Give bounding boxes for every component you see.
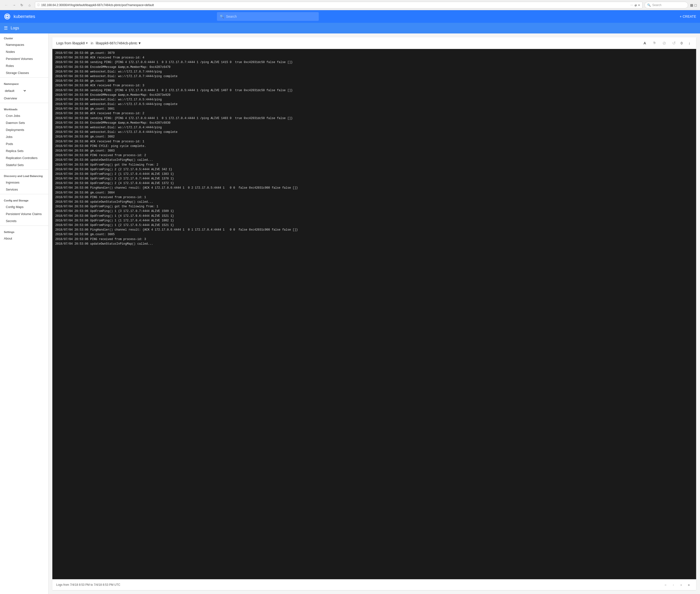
address-bar[interactable]: ⓘ 192.168.64.2:30000/#!/log/default/liba… — [35, 2, 642, 8]
log-line: 2018/07/04 20:53:06 ACK received from pr… — [55, 84, 693, 88]
divider-4 — [0, 194, 48, 194]
log-footer-text: Logs from 7/4/18 8:53 PM to 7/4/18 8:53 … — [56, 583, 120, 587]
sidebar-item-daemon-sets[interactable]: Daemon Sets — [0, 119, 48, 126]
sidebar-item-replica-sets[interactable]: Replica Sets — [0, 147, 48, 155]
last-page-button[interactable]: » — [686, 582, 692, 588]
sidebar-item-secrets[interactable]: Secrets — [0, 218, 48, 225]
log-line: 2018/07/04 20:53:06 websocket.Dial: ws:/… — [55, 102, 693, 107]
bookmark-icon: ★ — [638, 3, 640, 7]
pause-icon[interactable]: ⊘ — [661, 40, 667, 46]
log-viewer: Logs from libappk8 ▼ in libappk8-687c748… — [52, 37, 696, 590]
config-nav-group: Config MapsPersistent Volume ClaimsSecre… — [0, 203, 48, 225]
log-line: 2018/07/04 20:53:06 updateOwnStatusInPin… — [55, 158, 693, 162]
sidebar-item-stateful-sets[interactable]: Stateful Sets — [0, 162, 48, 168]
log-line: 2018/07/04 20:53:06 updateOwnStatusInPin… — [55, 200, 693, 204]
page-title: Logs — [11, 26, 19, 30]
discovery-nav-group: IngressesServices — [0, 179, 48, 193]
app-search-box[interactable]: 🔍 — [217, 12, 319, 21]
reload-button[interactable]: ↻ — [19, 2, 25, 8]
log-line: 2018/07/04 20:53:06 websocket.Dial: ws:/… — [55, 74, 693, 79]
sidebar-item-persistent-volumes[interactable]: Persistent Volumes — [0, 55, 48, 62]
hamburger-menu[interactable]: ☰ — [4, 26, 8, 31]
back-button[interactable]: ← — [3, 2, 10, 8]
log-line: 2018/07/04 20:53:06 UpdFromPing() 1 {1 1… — [55, 219, 693, 223]
font-size-icon[interactable]: A — [642, 40, 648, 46]
log-line: 2018/07/04 20:53:06 EncodeGMMessage &amp… — [55, 65, 693, 70]
log-in-text: in — [91, 41, 93, 45]
search-icon: 🔍 — [647, 3, 651, 7]
download-icon[interactable]: ↓ — [687, 40, 692, 46]
first-page-button[interactable]: « — [662, 582, 669, 588]
app-title: kubernetes — [13, 14, 35, 19]
sidebar-item-roles[interactable]: Roles — [0, 62, 48, 69]
create-button[interactable]: + CREATE — [680, 14, 696, 19]
sidebar-item-deployments[interactable]: Deployments — [0, 126, 48, 133]
browser-search-bar[interactable]: 🔍 Search — [644, 2, 688, 8]
log-source-label: Logs from libappk8 — [56, 41, 85, 45]
log-line: 2018/07/04 20:53:06 websocket.Dial: ws:/… — [55, 130, 693, 135]
log-line: 2018/07/04 20:53:06 ACK received from pr… — [55, 111, 693, 116]
log-line: 2018/07/04 20:53:06 PING received from p… — [55, 237, 693, 242]
info-icon: ⓘ — [37, 3, 40, 7]
browser-tools: ▩ ◻ — [690, 3, 697, 7]
search-input[interactable] — [226, 14, 316, 19]
sidebar-item-nodes[interactable]: Nodes — [0, 48, 48, 55]
log-line: 2018/07/04 20:53:06 PING received from p… — [55, 153, 693, 158]
sidebar: Cluster NamespacesNodesPersistent Volume… — [0, 33, 48, 594]
browser-chrome: ← → ↻ ⌂ ⓘ 192.168.64.2:30000/#!/log/defa… — [0, 0, 700, 10]
sidebar-item-replication-controllers[interactable]: Replication Controllers — [0, 155, 48, 162]
namespace-selector[interactable]: default kube-system kube-public — [0, 87, 48, 95]
log-line: 2018/07/04 20:53:06 UpdFromPing() 1 {4 1… — [55, 214, 693, 219]
sidebar-item-about[interactable]: About — [0, 235, 48, 242]
log-line: 2018/07/04 20:53:06 gm.count: 3081 — [55, 107, 693, 111]
format-icon[interactable]: Tf — [652, 40, 657, 46]
log-line: 2018/07/04 20:53:06 websocket.Dial: ws:/… — [55, 97, 693, 102]
home-button[interactable]: ⌂ — [26, 2, 33, 8]
log-container-dropdown[interactable]: libappk8-687c7484cb-pbntc ▼ — [96, 41, 141, 45]
settings-section-header: Settings — [0, 227, 48, 235]
sidebar-item-cron-jobs[interactable]: Cron Jobs — [0, 112, 48, 119]
log-container-label: libappk8-687c7484cb-pbntc — [96, 41, 137, 45]
forward-button[interactable]: → — [11, 2, 18, 8]
overflow-icon: ⋯ — [630, 3, 633, 7]
address-bar-actions: ⋯ ◕ ★ — [630, 3, 640, 7]
sidebar-item-overview[interactable]: Overview — [0, 95, 48, 102]
sidebar-toggle-icon[interactable]: ▩ — [690, 3, 693, 7]
sidebar-item-storage-classes[interactable]: Storage Classes — [0, 69, 48, 76]
next-page-button[interactable]: › — [678, 582, 685, 588]
log-line: 2018/07/04 20:53:06 PING CYCLE: ping cyc… — [55, 144, 693, 148]
sidebar-item-jobs[interactable]: Jobs — [0, 133, 48, 140]
log-line: 2018/07/04 20:53:06 UpdFromPing() got th… — [55, 163, 693, 167]
namespace-dropdown[interactable]: default kube-system kube-public — [4, 89, 27, 93]
sidebar-item-pods[interactable]: Pods — [0, 140, 48, 147]
log-line: 2018/07/04 20:53:06 gm.count: 3079 — [55, 51, 693, 56]
sidebar-item-ingresses[interactable]: Ingresses — [0, 179, 48, 186]
log-line: 2018/07/04 20:53:06 PingHandler() channe… — [55, 186, 693, 190]
browser-nav-buttons: ← → ↻ ⌂ — [3, 2, 33, 8]
log-line: 2018/07/04 20:53:06 gm.count: 3084 — [55, 191, 693, 195]
browser-search-placeholder: Search — [652, 3, 662, 7]
log-line: 2018/07/04 20:53:06 PingHandler() channe… — [55, 228, 693, 232]
sidebar-item-config-maps[interactable]: Config Maps — [0, 203, 48, 210]
prev-page-button[interactable]: ‹ — [670, 582, 677, 588]
container-dropdown-arrow: ▼ — [138, 41, 141, 45]
log-line: 2018/07/04 20:53:06 UpdFromPing() 2 {2 1… — [55, 167, 693, 172]
divider-2 — [0, 103, 48, 103]
config-section-header: Config and Storage — [0, 195, 48, 203]
tab-icon[interactable]: ◻ — [694, 3, 697, 7]
wrap-icon[interactable]: ↺ — [671, 40, 677, 46]
log-line: 2018/07/04 20:53:06 EncodeGMMessage &amp… — [55, 121, 693, 125]
sidebar-item-namespaces[interactable]: Namespaces — [0, 41, 48, 48]
log-line: 2018/07/04 20:53:06 gm.count: 3085 — [55, 232, 693, 237]
log-line: 2018/07/04 20:53:06 UpdFromPing() 1 {3 1… — [55, 209, 693, 213]
source-dropdown-arrow: ▼ — [85, 41, 88, 45]
log-header-actions: A Tf ⊘ ↺ 0 ↓ — [642, 40, 692, 46]
sidebar-item-services[interactable]: Services — [0, 186, 48, 193]
log-line: 2018/07/04 20:53:06 UpdFromPing() 1 {2 1… — [55, 223, 693, 228]
log-source-dropdown[interactable]: Logs from libappk8 ▼ — [56, 41, 88, 45]
workloads-nav-group: Cron JobsDaemon SetsDeploymentsJobsPodsR… — [0, 112, 48, 168]
log-content[interactable]: 2018/07/04 20:53:06 gm.count: 30792018/0… — [52, 49, 696, 579]
sidebar-item-persistent-volume-claims[interactable]: Persistent Volume Claims — [0, 210, 48, 218]
cluster-section-header: Cluster — [0, 33, 48, 41]
svg-point-2 — [6, 16, 8, 17]
